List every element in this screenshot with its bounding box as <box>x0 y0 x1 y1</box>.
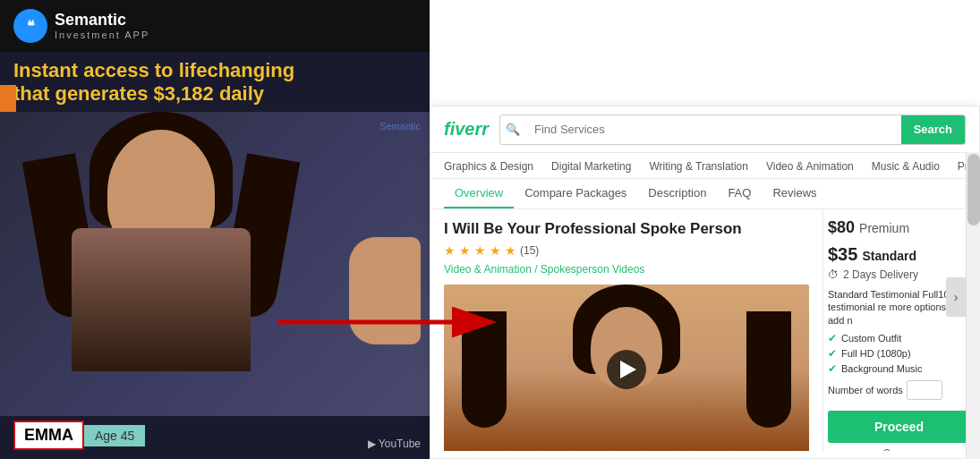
nav-video-animation[interactable]: Video & Animation <box>766 160 854 178</box>
logo-text: Semantic Investment APP <box>55 12 149 40</box>
nav-writing-translation[interactable]: Writing & Translation <box>649 160 748 178</box>
star-half: ★ <box>505 243 516 258</box>
words-label: Number of words <box>828 385 903 395</box>
standard-price-amount: $35 <box>828 244 857 265</box>
feature-background-music: ✔ Background Music <box>828 362 970 375</box>
standard-price-row: $35 Standard <box>828 244 970 265</box>
fiverr-nav: Graphics & Design Digital Marketing Writ… <box>430 153 979 179</box>
person-body <box>72 228 251 371</box>
search-input[interactable] <box>525 123 901 136</box>
nav-music-audio[interactable]: Music & Audio <box>872 160 940 178</box>
premium-price-label: Premium <box>859 221 909 235</box>
gig-category[interactable]: Video & Animation / Spokesperson Videos <box>444 263 809 276</box>
headline-line2: that generates $3,182 daily <box>13 82 416 106</box>
logo-subtitle: Investment APP <box>55 30 149 40</box>
gig-sidebar: $80 Premium $35 Standard ⏱ 2 Days Delive… <box>822 209 979 451</box>
star-4: ★ <box>490 243 501 258</box>
star-2: ★ <box>459 243 471 258</box>
person-silhouette <box>27 112 295 371</box>
words-input-row: Number of words <box>828 380 970 400</box>
fiverr-bg-top <box>430 0 980 106</box>
thumb-hair-right <box>746 311 791 428</box>
check-icon-2: ✔ <box>828 347 837 360</box>
nav-digital-marketing[interactable]: Digital Marketing <box>551 160 631 178</box>
delivery-text: 2 Days Delivery <box>843 268 918 281</box>
tab-faq[interactable]: FAQ <box>717 179 762 208</box>
logo-title: Semantic <box>55 12 149 30</box>
name-tag-area: EMMA Age 45 <box>13 421 145 450</box>
play-button[interactable] <box>607 350 646 389</box>
scrollbar[interactable] <box>966 152 980 459</box>
gig-title: I Will Be Your Professional Spoke Person <box>444 220 809 238</box>
fiverr-content: I Will Be Your Professional Spoke Person… <box>430 209 979 451</box>
star-1: ★ <box>444 243 456 258</box>
feature-custom-outfit: ✔ Custom Outfit <box>828 332 970 344</box>
compare-link[interactable]: Compa <box>828 447 970 451</box>
red-arrow <box>268 295 510 349</box>
words-input[interactable] <box>907 380 942 400</box>
play-icon <box>620 361 636 378</box>
age-tag: Age 45 <box>84 425 145 446</box>
feature-full-hd: ✔ Full HD (1080p) <box>828 347 970 360</box>
stars-row: ★ ★ ★ ★ ★ (15) <box>444 243 809 258</box>
right-nav-arrow[interactable]: › <box>946 277 966 317</box>
tab-overview[interactable]: Overview <box>444 179 514 208</box>
premium-price-amount: $80 <box>828 218 855 237</box>
clock-icon: ⏱ <box>828 268 839 281</box>
chevron-right-icon: › <box>954 290 959 304</box>
video-headline: Instant access to lifechanging that gene… <box>0 52 430 112</box>
tab-reviews[interactable]: Reviews <box>762 179 827 208</box>
feature-label-1: Custom Outfit <box>841 333 901 344</box>
search-button[interactable]: Search <box>901 115 965 145</box>
search-bar[interactable]: 🔍 Search <box>499 115 966 145</box>
left-video-panel: ❝ Semantic Investment APP Instant access… <box>0 0 430 459</box>
star-3: ★ <box>474 243 486 258</box>
video-top-bar: ❝ Semantic Investment APP <box>0 0 430 52</box>
video-person-area: Semantic <box>0 112 430 416</box>
fiverr-header: fiverr 🔍 Search <box>430 106 979 153</box>
fiverr-tabs: Overview Compare Packages Description FA… <box>430 179 979 209</box>
proceed-button[interactable]: Proceed <box>828 411 970 443</box>
standard-price-label: Standard <box>862 249 916 263</box>
name-box: EMMA <box>13 421 84 450</box>
youtube-badge: ▶ YouTube <box>368 438 421 450</box>
fiverr-logo: fiverr <box>444 119 489 140</box>
logo-circle: ❝ <box>13 9 47 43</box>
search-icon: 🔍 <box>500 123 525 136</box>
check-icon-3: ✔ <box>828 362 837 375</box>
nav-graphics-design[interactable]: Graphics & Design <box>444 160 533 178</box>
scroll-thumb[interactable] <box>967 154 980 225</box>
semantic-logo: ❝ Semantic Investment APP <box>13 9 149 43</box>
headline-line1: Instant access to lifechanging <box>13 59 416 82</box>
fiverr-panel: fiverr 🔍 Search Graphics & Design Digita… <box>430 106 980 459</box>
tab-compare-packages[interactable]: Compare Packages <box>514 179 637 208</box>
feature-label-2: Full HD (1080p) <box>841 348 911 359</box>
tab-description[interactable]: Description <box>637 179 717 208</box>
review-count: (15) <box>520 244 539 257</box>
feature-label-3: Background Music <box>841 363 923 374</box>
watermark: Semantic <box>379 121 421 132</box>
premium-price-row: $80 Premium <box>828 218 970 237</box>
check-icon-1: ✔ <box>828 332 837 344</box>
